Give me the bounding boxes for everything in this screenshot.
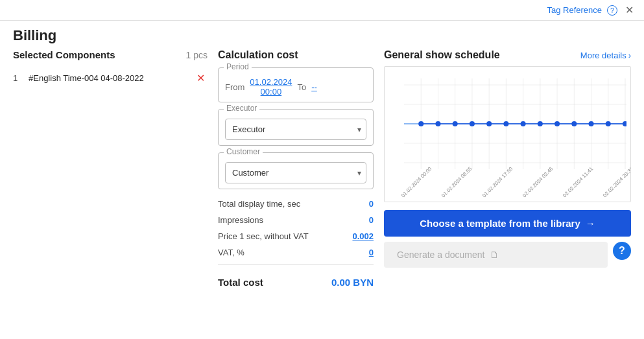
generate-document-button: Generate a document 🗋 (384, 242, 608, 268)
total-row: Total cost 0.00 BYN (218, 270, 374, 290)
to-value[interactable]: -- (311, 82, 317, 92)
help-large-button[interactable]: ? (613, 242, 631, 260)
components-count: 1 pcs (186, 50, 208, 60)
component-number: 1 (13, 73, 23, 83)
component-name: #English Time-004 04-08-2022 (29, 73, 189, 83)
to-label: To (297, 82, 306, 92)
left-panel: Selected Components 1 pcs 1 #English Tim… (13, 49, 208, 335)
chart-header: General show schedule More details › (384, 49, 631, 61)
from-label: From (225, 82, 244, 92)
stats-label-2: Price 1 sec, without VAT (218, 231, 309, 241)
customer-select[interactable]: Customer (225, 162, 366, 183)
svg-point-29 (521, 121, 526, 126)
svg-point-23 (418, 121, 423, 126)
btn-template-arrow: → (586, 218, 595, 229)
svg-point-30 (538, 121, 543, 126)
stats-row-0: Total display time, sec 0 (218, 196, 374, 212)
stats-row-3: VAT, % 0 (218, 244, 374, 261)
stats-value-0: 0 (369, 199, 374, 209)
chart-container: 1,0 0,5 0 -0,5 -1,0 (384, 66, 631, 202)
right-panel: General show schedule More details › (384, 49, 631, 335)
period-legend: Period (224, 62, 252, 71)
stats-label-0: Total display time, sec (218, 199, 300, 209)
total-value: 0.00 BYN (331, 277, 374, 288)
calc-title: Calculation cost (218, 49, 374, 61)
content-area: Selected Components 1 pcs 1 #English Tim… (0, 49, 644, 335)
help-large-label: ? (619, 245, 625, 257)
stats-value-3[interactable]: 0 (369, 248, 374, 257)
period-row: From 01.02.2024 00:00 To -- (225, 77, 366, 97)
tag-reference-help-icon[interactable]: ? (607, 5, 617, 16)
from-time[interactable]: 00:00 (261, 87, 282, 97)
total-label: Total cost (218, 277, 263, 288)
svg-point-24 (435, 121, 440, 126)
remove-component-button[interactable]: ✕ (194, 72, 208, 84)
stats-row-2: Price 1 sec, without VAT 0.002 (218, 228, 374, 244)
components-header: Selected Components 1 pcs (13, 49, 208, 60)
svg-point-31 (555, 121, 560, 126)
svg-point-34 (606, 121, 611, 126)
chart-svg: 1,0 0,5 0 -0,5 -1,0 (404, 72, 626, 176)
svg-point-28 (503, 121, 508, 126)
choose-template-button[interactable]: Choose a template from the library → (384, 210, 631, 237)
stats-table: Total display time, sec 0 Impressions 0 … (218, 196, 374, 261)
stats-row-1: Impressions 0 (218, 212, 374, 228)
svg-point-26 (470, 121, 475, 126)
more-details-link[interactable]: More details › (580, 51, 631, 60)
executor-select-wrapper: Executor ▾ (225, 119, 366, 140)
tag-reference-link[interactable]: Tag Reference (547, 5, 602, 15)
customer-select-wrapper: Customer ▾ (225, 162, 366, 183)
period-group: Period From 01.02.2024 00:00 To -- (218, 67, 374, 102)
components-title: Selected Components (13, 49, 115, 60)
customer-group: Customer Customer ▾ (218, 152, 374, 189)
btn-generate-label: Generate a document (397, 250, 484, 260)
stats-value-2[interactable]: 0.002 (352, 231, 374, 241)
executor-select[interactable]: Executor (225, 119, 366, 140)
svg-point-33 (588, 121, 593, 126)
executor-legend: Executor (224, 104, 259, 113)
generate-document-icon: 🗋 (490, 250, 499, 260)
customer-legend: Customer (224, 147, 263, 156)
divider (218, 264, 374, 265)
chart-title: General show schedule (384, 49, 500, 61)
list-item: 1 #English Time-004 04-08-2022 ✕ (13, 68, 208, 88)
action-buttons: Choose a template from the library → Gen… (384, 210, 631, 268)
stats-label-1: Impressions (218, 215, 263, 225)
close-button[interactable]: ✕ (623, 4, 636, 16)
svg-point-27 (486, 121, 492, 126)
generate-button-inner: Generate a document 🗋 (397, 250, 499, 260)
svg-point-32 (571, 121, 577, 126)
svg-point-25 (453, 121, 458, 126)
executor-group: Executor Executor ▾ (218, 109, 374, 146)
component-list: 1 #English Time-004 04-08-2022 ✕ (13, 68, 208, 88)
middle-panel: Calculation cost Period From 01.02.2024 … (218, 49, 374, 335)
stats-value-1: 0 (369, 215, 374, 225)
page-title: Billing (0, 21, 644, 49)
top-bar: Tag Reference ? ✕ (0, 0, 644, 21)
svg-point-35 (623, 121, 626, 126)
from-date[interactable]: 01.02.2024 (250, 77, 292, 87)
stats-label-3: VAT, % (218, 248, 244, 257)
btn-template-label: Choose a template from the library (420, 218, 580, 229)
